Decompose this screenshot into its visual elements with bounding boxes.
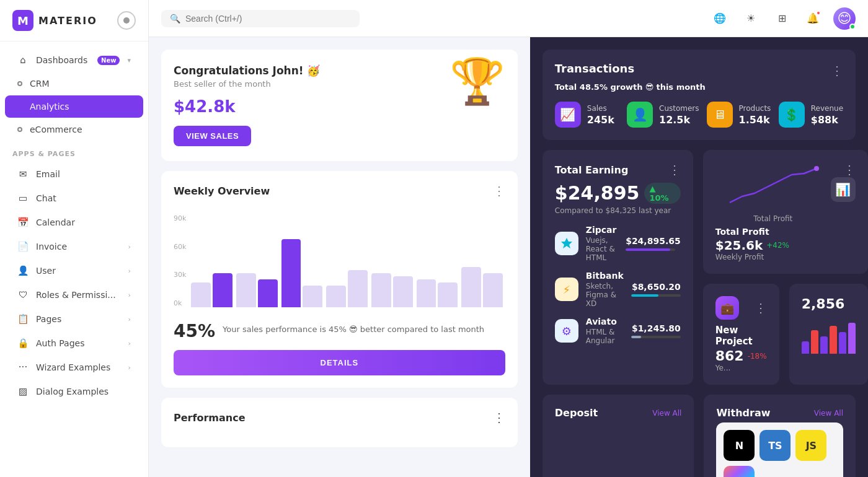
figma-logo[interactable]: ✦ <box>724 466 755 477</box>
chevron-icon: › <box>128 315 131 323</box>
zipcar-sub: Vuejs, React & HTML <box>586 236 618 262</box>
search-input[interactable] <box>185 14 351 24</box>
ecommerce-label: eCommerce <box>30 125 131 134</box>
new-project-value-row: 862 -18% <box>715 348 767 364</box>
next-logo[interactable]: N <box>724 430 755 461</box>
weekly-more-button[interactable]: ⋮ <box>493 183 505 198</box>
performance-more-button[interactable]: ⋮ <box>493 410 505 425</box>
mini-bar <box>848 323 856 354</box>
search-wrapper[interactable]: 🔍 <box>161 10 360 27</box>
bar <box>371 273 391 307</box>
record-button[interactable] <box>117 11 136 30</box>
products-icon: 🖥 <box>707 102 733 128</box>
aviato-name: Aviato <box>586 317 624 326</box>
profit-pct: +42% <box>766 241 789 250</box>
js-logo[interactable]: JS <box>795 430 826 461</box>
sun-icon: ☀ <box>746 12 755 24</box>
avatar[interactable]: 😊 <box>833 7 856 30</box>
revenue-value: $88k <box>811 114 843 126</box>
count-card: 2,856 <box>789 284 868 385</box>
aviato-bar <box>631 336 641 338</box>
earning-item-zipcar: Zipcar Vuejs, React & HTML $24,895.65 <box>555 225 681 262</box>
zipcar-amount: $24,895.65 <box>626 236 681 246</box>
weekly-desc: Your sales performance is 45% 😎 better c… <box>223 321 484 334</box>
sidebar-item-dialog[interactable]: ▨ Dialog Examples <box>5 380 143 403</box>
notification-dot <box>816 11 821 15</box>
sidebar-item-analytics[interactable]: Analytics <box>5 95 143 118</box>
apps-section-label: APPS & PAGES <box>0 141 148 162</box>
new-project-pct: -18% <box>748 352 767 361</box>
main-area: 🔍 🌐 ☀ ⊞ 🔔 😊 <box>149 0 868 477</box>
dialog-icon: ▨ <box>17 386 29 397</box>
sidebar: M MATERIO ⌂ Dashboards New ▾ CRM Analyti… <box>0 0 149 477</box>
new-project-value: 862 <box>715 348 744 364</box>
bar-group-5 <box>371 273 413 307</box>
mini-bar <box>839 332 846 354</box>
bar-group-3 <box>281 239 323 307</box>
sidebar-item-crm[interactable]: CRM <box>5 72 143 95</box>
new-badge: New <box>97 56 120 65</box>
sidebar-logo: M MATERIO <box>0 0 148 42</box>
customers-label: Customers <box>659 104 699 113</box>
deposit-view-all[interactable]: View All <box>652 409 681 418</box>
zipcar-right: $24,895.65 <box>626 236 681 251</box>
deposit-card: Deposit View All <box>542 395 694 477</box>
translate-button[interactable]: 🌐 <box>709 8 730 29</box>
sidebar-item-roles[interactable]: 🛡 Roles & Permissi... › <box>5 283 143 307</box>
sales-label: Sales <box>587 104 614 113</box>
grid-button[interactable]: ⊞ <box>771 8 792 29</box>
tech-logos-card: N TS JS ✦ <box>716 422 843 477</box>
sidebar-item-pages[interactable]: 📋 Pages › <box>5 307 143 331</box>
sidebar-item-ecommerce[interactable]: eCommerce <box>5 118 143 141</box>
congratulations-card: Congratulations John! 🥳 Best seller of t… <box>161 50 518 161</box>
home-icon: ⌂ <box>17 55 29 66</box>
bar <box>191 282 211 307</box>
trophy-icon: 🏆 <box>450 59 505 103</box>
svg-marker-0 <box>561 238 572 248</box>
withdraw-view-all[interactable]: View All <box>814 409 843 418</box>
bar-group-6 <box>417 279 458 307</box>
profit-right: ⋮ 📊 <box>831 162 856 202</box>
notification-button[interactable]: 🔔 <box>802 8 823 29</box>
bar <box>326 286 346 307</box>
ts-logo[interactable]: TS <box>760 430 790 461</box>
profit-value-row: $25.6k +42% <box>715 238 856 253</box>
logo-text: MATERIO <box>38 15 97 27</box>
transactions-more-button[interactable]: ⋮ <box>831 63 843 78</box>
zipcar-bar <box>626 248 670 251</box>
chevron-icon: › <box>128 243 131 251</box>
view-sales-button[interactable]: VIEW SALES <box>174 126 251 146</box>
bar <box>417 279 436 307</box>
sidebar-item-auth[interactable]: 🔒 Auth Pages › <box>5 331 143 355</box>
left-panel: Congratulations John! 🥳 Best seller of t… <box>149 37 530 477</box>
theme-button[interactable]: ☀ <box>740 8 761 29</box>
bar <box>303 286 322 307</box>
sidebar-item-calendar[interactable]: 📅 Calendar <box>5 211 143 234</box>
profit-more-button[interactable]: ⋮ <box>843 162 856 177</box>
transactions-title: Transactions <box>555 62 634 75</box>
bar-group-1 <box>191 273 232 307</box>
crm-label: CRM <box>30 79 131 89</box>
pages-label: Pages <box>36 314 121 324</box>
bar-group-7 <box>461 267 503 307</box>
y-axis: 90k 60k 30k 0k <box>174 214 186 307</box>
revenue-label: Revenue <box>811 104 843 113</box>
sidebar-item-invoice[interactable]: 📄 Invoice › <box>5 235 143 258</box>
sidebar-item-email[interactable]: ✉ Email <box>5 162 143 186</box>
earning-more-button[interactable]: ⋮ <box>668 162 681 177</box>
new-project-more[interactable]: ⋮ <box>755 300 767 315</box>
sidebar-item-user[interactable]: 👤 User › <box>5 259 143 282</box>
sidebar-item-chat[interactable]: ▭ Chat <box>5 186 143 210</box>
analytics-dot-icon <box>17 104 22 109</box>
email-label: Email <box>36 169 131 179</box>
sidebar-item-wizard[interactable]: ··· Wizard Examples › <box>5 356 143 379</box>
stat-revenue: 💲 Revenue $88k <box>779 102 843 128</box>
analytics-label: Analytics <box>30 102 131 112</box>
aviato-info: Aviato HTML & Angular <box>586 317 624 345</box>
sidebar-item-dashboards[interactable]: ⌂ Dashboards New ▾ <box>5 48 143 72</box>
new-project-icon: 💼 <box>715 296 739 320</box>
revenue-icon: 💲 <box>779 102 805 128</box>
bar <box>236 273 256 307</box>
details-button[interactable]: DETAILS <box>174 350 505 375</box>
mid-row: Total Earning ⋮ $24,895 ▲ 10% Compared t… <box>542 150 856 385</box>
